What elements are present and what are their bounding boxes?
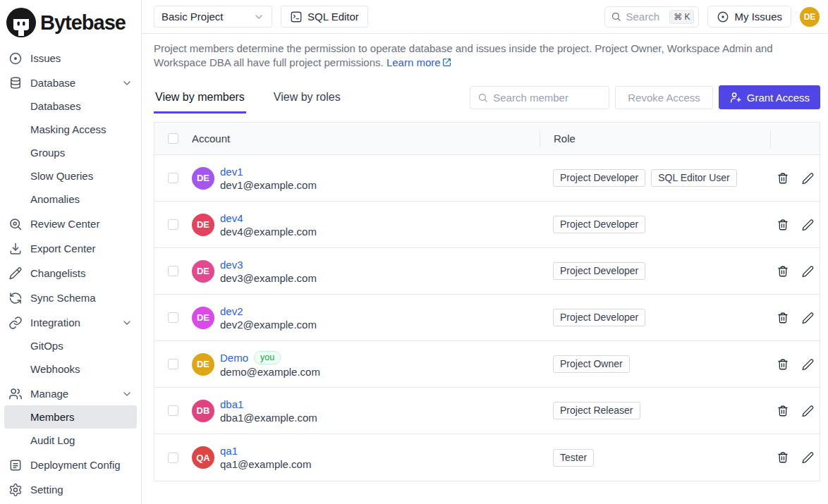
member-row: DE dev3 dev3@example.com Project Develop… <box>154 248 820 295</box>
my-issues-label: My Issues <box>734 11 782 23</box>
member-email: dev2@example.com <box>220 319 317 331</box>
row-checkbox[interactable] <box>168 312 178 323</box>
sidebar-item-label: Groups <box>30 147 65 159</box>
edit-member-pencil-icon[interactable] <box>801 405 814 417</box>
select-all-checkbox[interactable] <box>168 133 178 144</box>
learn-more-link[interactable]: Learn more <box>386 56 441 68</box>
my-issues-button[interactable]: My Issues <box>707 6 791 27</box>
sidebar-item-gitops[interactable]: GitOps <box>4 334 137 357</box>
actions-cell <box>770 265 820 278</box>
search-placeholder: Search <box>626 11 665 23</box>
edit-member-pencil-icon[interactable] <box>801 265 814 278</box>
actions-cell <box>770 172 820 185</box>
search-shortcut-kbd: ⌘ K <box>669 10 694 24</box>
user-avatar[interactable]: DE <box>800 7 820 27</box>
row-checkbox[interactable] <box>168 266 178 276</box>
sidebar-item-database[interactable]: Database <box>4 71 137 94</box>
issue-circle-icon <box>717 11 729 23</box>
grant-access-button[interactable]: Grant Access <box>719 85 820 109</box>
terminal-icon <box>290 11 303 23</box>
sidebar-item-manage[interactable]: Manage <box>4 382 137 405</box>
sync-icon <box>8 291 23 305</box>
row-checkbox-cell <box>154 312 192 323</box>
sidebar-item-review-center[interactable]: Review Center <box>4 212 137 235</box>
sidebar-item-label: Sync Schema <box>30 292 96 304</box>
sidebar-item-masking-access[interactable]: Masking Access <box>4 118 137 141</box>
edit-member-pencil-icon[interactable] <box>801 312 814 324</box>
sidebar-item-webhooks[interactable]: Webhooks <box>4 357 137 381</box>
revoke-access-button[interactable]: Revoke Access <box>615 86 713 109</box>
sidebar-item-members[interactable]: Members <box>4 405 137 429</box>
sidebar-item-changelists[interactable]: Changelists <box>4 262 137 285</box>
sidebar-item-anomalies[interactable]: Anomalies <box>4 188 137 211</box>
delete-member-trash-icon[interactable] <box>777 219 789 231</box>
role-cell: Project Developer <box>540 216 770 233</box>
account-cell: DE dev3 dev3@example.com <box>192 259 540 284</box>
members-table: Account Role DE dev1 dev1@example.com <box>154 122 820 481</box>
user-plus-icon <box>729 91 742 104</box>
edit-member-pencil-icon[interactable] <box>801 358 814 371</box>
member-name-link[interactable]: Demo <box>220 352 248 364</box>
edit-member-pencil-icon[interactable] <box>801 172 814 185</box>
actions-cell <box>770 405 820 417</box>
sidebar-item-groups[interactable]: Groups <box>4 141 137 164</box>
brand-logo[interactable]: Bytebase <box>4 6 137 45</box>
sidebar-item-sync-schema[interactable]: Sync Schema <box>4 286 137 309</box>
delete-member-trash-icon[interactable] <box>777 312 789 324</box>
member-name-link[interactable]: dev3 <box>220 259 243 271</box>
tab-view-by-roles[interactable]: View by roles <box>272 91 342 113</box>
account-cell: DE Demo you demo@example.com <box>192 351 540 378</box>
delete-member-trash-icon[interactable] <box>777 172 789 185</box>
row-checkbox[interactable] <box>168 359 178 369</box>
member-name-link[interactable]: dba1 <box>220 398 243 410</box>
account-text: dev3 dev3@example.com <box>220 259 317 284</box>
member-row: QA qa1 qa1@example.com Tester <box>154 434 820 481</box>
account-column-header: Account <box>192 133 230 145</box>
member-search-input[interactable]: Search member <box>470 86 609 109</box>
row-checkbox[interactable] <box>168 173 178 183</box>
delete-member-trash-icon[interactable] <box>777 265 789 278</box>
member-avatar: DB <box>192 400 214 422</box>
actions-cell <box>770 312 820 324</box>
project-select[interactable]: Basic Project <box>154 6 272 27</box>
delete-member-trash-icon[interactable] <box>777 451 789 464</box>
sidebar-item-slow-queries[interactable]: Slow Queries <box>4 164 137 188</box>
account-text: qa1 qa1@example.com <box>220 445 311 470</box>
delete-member-trash-icon[interactable] <box>777 358 789 371</box>
member-email: dev3@example.com <box>220 272 317 284</box>
delete-member-trash-icon[interactable] <box>777 405 789 417</box>
sidebar-item-label: Manage <box>30 388 68 400</box>
role-chip: SQL Editor User <box>651 169 736 187</box>
member-row: DE Demo you demo@example.com Project Own… <box>154 341 820 388</box>
header-checkbox-cell <box>154 133 192 144</box>
member-name-link[interactable]: dev4 <box>220 212 243 224</box>
member-name-link[interactable]: dev1 <box>220 166 243 178</box>
edit-member-pencil-icon[interactable] <box>801 451 814 464</box>
role-chip: Project Releaser <box>553 402 640 419</box>
sidebar-item-label: Members <box>30 411 75 423</box>
sidebar-item-label: Export Center <box>30 242 96 254</box>
account-cell: DE dev2 dev2@example.com <box>192 305 540 331</box>
row-checkbox[interactable] <box>168 405 178 416</box>
sidebar-item-export-center[interactable]: Export Center <box>4 237 137 260</box>
sidebar-item-databases[interactable]: Databases <box>4 94 137 118</box>
tab-view-by-members[interactable]: View by members <box>154 91 246 113</box>
sidebar-item-deployment-config[interactable]: Deployment Config <box>4 453 137 477</box>
sql-editor-button[interactable]: SQL Editor <box>281 6 368 27</box>
sidebar-item-integration[interactable]: Integration <box>4 311 137 334</box>
sidebar-item-setting[interactable]: Setting <box>4 478 137 501</box>
you-badge: you <box>254 351 281 364</box>
member-avatar: DE <box>192 353 214 376</box>
member-name-link[interactable]: dev2 <box>220 305 243 317</box>
member-search-placeholder: Search member <box>493 92 602 104</box>
edit-member-pencil-icon[interactable] <box>801 219 814 231</box>
sidebar-item-label: Issues <box>30 52 61 64</box>
chevron-down-icon <box>253 11 264 23</box>
global-search-input[interactable]: Search ⌘ K <box>604 6 699 27</box>
member-name-link[interactable]: qa1 <box>220 445 238 457</box>
topbar: Basic Project SQL Editor Search ⌘ K My I… <box>142 0 828 34</box>
sidebar-item-audit-log[interactable]: Audit Log <box>4 429 137 452</box>
row-checkbox[interactable] <box>168 219 178 230</box>
sidebar-item-issues[interactable]: Issues <box>4 47 137 70</box>
row-checkbox[interactable] <box>168 453 178 463</box>
